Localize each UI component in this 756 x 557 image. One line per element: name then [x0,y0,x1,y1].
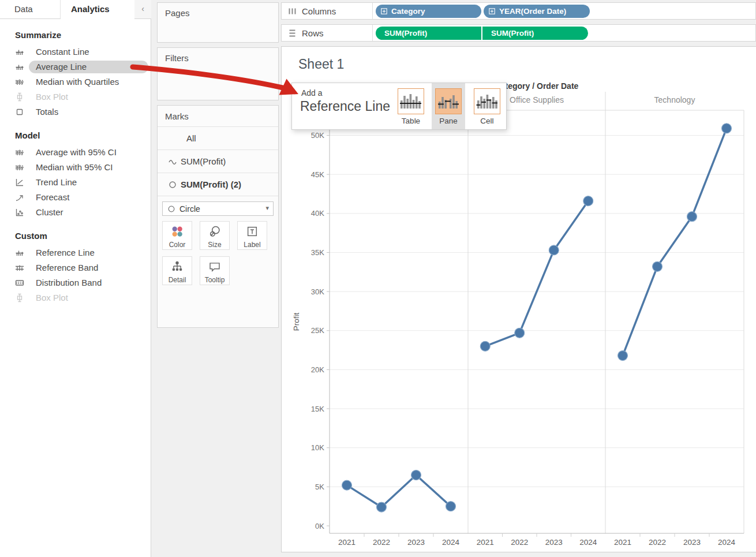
data-point-technology-2021[interactable] [618,351,628,361]
x-tick-label: 2023 [545,538,563,547]
x-tick-label: 2024 [718,538,736,547]
trend-line-icon [15,178,24,187]
pill-category[interactable]: Category [376,5,481,18]
section-title-custom: Custom [15,231,151,241]
sidebar-item-median-95ci[interactable]: Median with 95% CI [0,160,151,175]
filters-shelf[interactable]: Filters [157,47,279,100]
y-tick-label: 50K [311,131,324,140]
sidebar-item-constant-line[interactable]: Constant Line [0,44,151,59]
sidebar-item-label: Distribution Band [29,276,108,289]
tab-data[interactable]: Data [0,0,61,19]
sidebar-item-distribution-band[interactable]: Distribution Band [0,275,151,290]
data-point-office-supplies-2024[interactable] [583,196,593,206]
tooltip-button-label: Tooltip [200,276,229,284]
color-button[interactable]: Color [162,221,192,250]
sidebar-item-label: Constant Line [29,46,96,58]
sidebar-item-label: Cluster [29,206,70,219]
data-point-technology-2023[interactable] [687,212,697,222]
scope-pane-button[interactable] [435,88,462,114]
data-point-furniture-2022[interactable] [377,502,387,512]
sidebar-item-average-95ci[interactable]: Average with 95% CI [0,145,151,160]
detail-button[interactable]: Detail [162,256,192,285]
popup-title: Reference Line [300,99,390,114]
filters-title: Filters [158,48,278,63]
scope-cell-label: Cell [474,117,500,125]
data-point-furniture-2023[interactable] [411,470,421,480]
sidebar-item-label: Box Plot [29,291,75,304]
rows-shelf-label: Rows [282,25,373,41]
marks-row-label: SUM(Profit) (2) [181,180,241,189]
sidebar-tabbar: Data Analytics ‹ [0,0,151,19]
chevron-down-icon: ▾ [265,204,269,212]
data-point-furniture-2024[interactable] [446,502,456,511]
totals-icon [15,107,24,117]
tab-analytics[interactable]: Analytics [61,0,134,19]
sidebar-item-average-line[interactable]: Average Line [0,59,151,74]
marks-row-sum-profit-2[interactable]: SUM(Profit) (2) [158,173,278,196]
sidebar-item-cluster[interactable]: Cluster [0,205,151,220]
scope-table-label: Table [398,117,424,125]
rows-shelf[interactable]: Rows SUM(Profit) SUM(Profit) [281,24,756,42]
columns-shelf-label: Columns [282,3,373,19]
rows-icon [288,29,297,38]
sidebar-item-forecast[interactable]: Forecast [0,190,151,205]
x-tick-label: 2021 [614,538,631,547]
sidebar-item-label: Average Line [29,61,148,73]
marks-row-all[interactable]: All [158,127,278,150]
sidebar-collapse-button[interactable]: ‹ [134,0,151,19]
data-point-office-supplies-2023[interactable] [549,245,559,255]
distribution-band-icon [15,278,24,287]
sidebar-item-median-with-quartiles[interactable]: Median with Quartiles [0,74,151,89]
sidebar-item-label: Average with 95% CI [29,146,123,159]
data-point-office-supplies-2022[interactable] [515,328,525,338]
x-tick-label: 2021 [338,538,355,547]
label-button[interactable]: Label [237,221,267,250]
y-tick-label: 35K [311,248,324,257]
circle-mark-icon [168,180,177,189]
pill-sum-profit-2[interactable]: SUM(Profit) [482,27,588,40]
tooltip-button[interactable]: Tooltip [200,256,230,285]
pane-header-office-supplies: Office Supplies [510,95,564,104]
y-tick-label: 0K [315,522,324,530]
marks-row-sum-profit[interactable]: SUM(Profit) [158,150,278,173]
data-point-office-supplies-2021[interactable] [480,341,490,351]
pane-reference-icon [437,91,459,111]
pages-shelf[interactable]: Pages [157,2,279,43]
sidebar-item-label: Median with Quartiles [29,76,126,88]
constant-line-icon [15,47,24,57]
pill-year-order-date[interactable]: YEAR(Order Date) [484,5,590,18]
y-tick-label: 40K [311,209,324,218]
data-point-furniture-2021[interactable] [342,480,352,490]
y-tick-label: 5K [315,483,324,491]
cell-reference-icon [476,91,498,111]
marks-row-label: SUM(Profit) [181,156,226,166]
profit-line [347,475,451,507]
y-tick-label: 30K [311,287,324,296]
expand-icon [381,8,387,14]
x-tick-label: 2024 [442,538,460,547]
label-button-label: Label [238,241,267,249]
sidebar-item-box-plot: Box Plot [0,89,151,104]
sidebar-item-label: Reference Line [29,246,102,259]
sidebar-item-reference-line[interactable]: Reference Line [0,245,151,260]
pill-label: YEAR(Order Date) [499,7,566,16]
columns-shelf[interactable]: Columns Category YEAR(Order Date) [281,2,756,20]
sidebar-item-reference-band[interactable]: Reference Band [0,260,151,275]
marks-title: Marks [158,106,278,127]
x-tick-label: 2024 [579,538,597,547]
box-plot-icon [15,92,24,102]
size-button[interactable]: Size [200,221,230,250]
x-tick-label: 2021 [477,538,494,547]
scope-table-button[interactable] [398,88,424,114]
table-reference-icon [400,91,422,111]
data-point-technology-2022[interactable] [653,261,663,271]
pill-sum-profit-1[interactable]: SUM(Profit) [376,27,481,40]
mark-type-dropdown[interactable]: Circle ▾ [162,201,274,216]
scope-cell-button[interactable] [474,88,500,114]
sidebar-item-trend-line[interactable]: Trend Line [0,175,151,190]
data-point-technology-2024[interactable] [722,124,732,133]
pane-header-technology: Technology [654,95,695,104]
y-tick-label: 15K [311,405,324,413]
sidebar-item-totals[interactable]: Totals [0,104,151,119]
sidebar-item-label: Box Plot [29,91,75,103]
